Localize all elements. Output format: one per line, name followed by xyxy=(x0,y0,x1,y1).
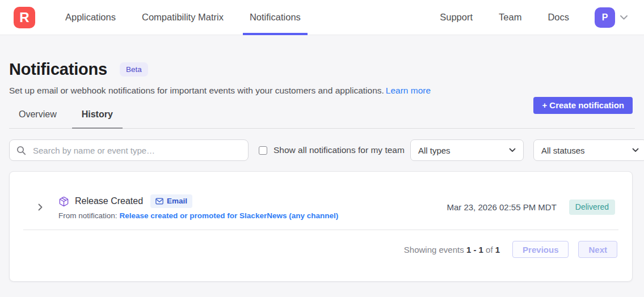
pagination-range: 1 - 1 xyxy=(466,245,483,254)
pagination-of: of xyxy=(486,245,493,254)
beta-badge: Beta xyxy=(120,62,148,77)
select-chevron-down-icon xyxy=(509,148,516,152)
type-select-value: All types xyxy=(418,146,451,155)
search-input[interactable] xyxy=(32,145,241,156)
learn-more-link[interactable]: Learn more xyxy=(386,86,431,95)
status-select-value: All statuses xyxy=(541,146,585,155)
pagination-total: 1 xyxy=(495,245,500,254)
top-navbar: R Applications Compatibility Matrix Noti… xyxy=(0,0,644,35)
primary-nav: Applications Compatibility Matrix Notifi… xyxy=(52,0,314,35)
nav-team[interactable]: Team xyxy=(492,12,528,23)
page-subtitle: Set up email or webhook notifications fo… xyxy=(9,86,635,96)
package-icon xyxy=(58,196,69,207)
avatar[interactable]: P xyxy=(595,7,615,28)
nav-docs[interactable]: Docs xyxy=(541,12,576,23)
from-notification-label: From notification: xyxy=(58,211,117,220)
show-team-notifications-checkbox[interactable] xyxy=(259,146,267,155)
show-team-notifications-label[interactable]: Show all notifications for my team xyxy=(273,145,405,155)
create-notification-button[interactable]: + Create notification xyxy=(533,97,633,114)
event-source-row: From notification:Release created or pro… xyxy=(58,211,447,220)
pagination-prefix: Showing events xyxy=(404,245,464,254)
events-card: Release Created Email From notification:… xyxy=(9,171,633,282)
source-notification-link[interactable]: Release created or promoted for SlackerN… xyxy=(120,211,339,220)
main-content: Notifications Beta + Create notification… xyxy=(0,60,644,282)
envelope-icon xyxy=(155,198,163,205)
pagination-row: Showing events 1 - 1 of 1 Previous Next xyxy=(10,230,632,281)
search-icon xyxy=(16,146,26,155)
event-main: Release Created Email From notification:… xyxy=(58,194,447,220)
nav-right: Support Team Docs P xyxy=(427,0,628,35)
nav-applications[interactable]: Applications xyxy=(58,0,123,35)
next-button[interactable]: Next xyxy=(578,241,617,258)
delivered-status-badge: Delivered xyxy=(569,200,615,215)
event-row[interactable]: Release Created Email From notification:… xyxy=(10,172,632,220)
status-select[interactable]: All statuses xyxy=(533,139,644,161)
event-title: Release Created xyxy=(75,196,143,206)
nav-support[interactable]: Support xyxy=(433,12,479,23)
avatar-letter: P xyxy=(602,12,608,23)
page-title: Notifications xyxy=(9,60,107,79)
subtitle-text: Set up email or webhook notifications fo… xyxy=(9,86,384,95)
type-select[interactable]: All types xyxy=(410,139,524,161)
app-logo-letter: R xyxy=(19,10,29,26)
tab-history[interactable]: History xyxy=(72,109,123,128)
email-channel-badge: Email xyxy=(150,194,192,208)
email-channel-label: Email xyxy=(167,197,187,206)
expand-chevron-right-icon[interactable] xyxy=(38,203,43,211)
app-logo[interactable]: R xyxy=(14,7,35,28)
account-menu-chevron-down-icon[interactable] xyxy=(620,15,628,20)
event-timestamp: Mar 23, 2026 02:55 PM MDT xyxy=(447,202,556,212)
tab-overview[interactable]: Overview xyxy=(9,109,66,128)
page-header: Notifications Beta xyxy=(9,60,635,79)
search-box xyxy=(9,139,249,161)
nav-notifications[interactable]: Notifications xyxy=(243,0,308,35)
pagination-summary: Showing events 1 - 1 of 1 xyxy=(404,245,500,254)
nav-compatibility-matrix[interactable]: Compatibility Matrix xyxy=(135,0,230,35)
select-chevron-down-icon xyxy=(632,148,639,152)
previous-button[interactable]: Previous xyxy=(512,241,569,258)
filters-row: Show all notifications for my team All t… xyxy=(9,139,635,161)
event-title-row: Release Created Email xyxy=(58,194,447,208)
